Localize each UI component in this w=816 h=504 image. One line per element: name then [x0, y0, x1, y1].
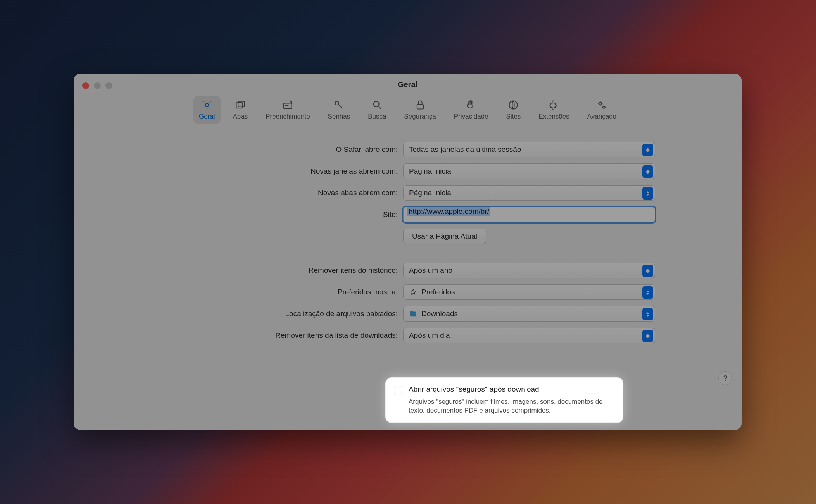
help-button[interactable]: ? — [718, 371, 732, 385]
chevron-updown-icon — [642, 144, 653, 156]
download-location-value: Downloads — [421, 310, 458, 318]
search-icon — [371, 99, 383, 111]
general-pane: O Safari abre com: Todas as janelas da ú… — [74, 129, 742, 394]
window-title: Geral — [398, 80, 417, 89]
minimize-window-button[interactable] — [94, 82, 101, 89]
tab-abas[interactable]: Abas — [228, 96, 254, 124]
opens-with-value: Todas as janelas da última sessão — [409, 145, 521, 154]
tab-label: Avançado — [587, 113, 616, 120]
gears-icon — [596, 99, 607, 111]
chevron-updown-icon — [642, 330, 653, 342]
homepage-value: http://www.apple.com/br/ — [407, 207, 490, 216]
tab-label: Extensões — [538, 113, 569, 120]
preferences-toolbar: Geral Abas Preenchimento Senhas Busca Se… — [74, 95, 742, 129]
folder-icon — [409, 310, 417, 318]
favorites-label: Preferidos mostra: — [89, 288, 403, 296]
opens-with-popup[interactable]: Todas as janelas da última sessão — [403, 142, 655, 157]
chevron-updown-icon — [642, 308, 653, 320]
new-windows-label: Novas janelas abrem com: — [89, 167, 403, 175]
star-icon — [409, 288, 417, 296]
favorites-popup[interactable]: Preferidos — [403, 284, 655, 300]
zoom-window-button[interactable] — [105, 82, 112, 89]
remove-history-label: Remover itens do histórico: — [89, 266, 403, 275]
safe-downloads-checkbox-label: Abrir arquivos "seguros" após download — [409, 385, 539, 394]
hand-icon — [465, 99, 477, 111]
lock-icon — [414, 99, 426, 111]
remove-history-value: Após um ano — [409, 266, 452, 275]
safe-downloads-section: Abrir arquivos "seguros" após download A… — [386, 378, 623, 422]
remove-downloads-label: Remover itens da lista de downloads: — [89, 331, 403, 340]
homepage-field[interactable]: http://www.apple.com/br/ — [403, 207, 655, 222]
tab-label: Privacidade — [454, 113, 488, 120]
svg-rect-6 — [417, 105, 423, 109]
chevron-updown-icon — [642, 165, 653, 178]
remove-history-popup[interactable]: Após um ano — [403, 263, 655, 278]
download-location-label: Localização de arquivos baixados: — [89, 310, 403, 318]
tab-privacidade[interactable]: Privacidade — [449, 96, 494, 124]
safe-downloads-description: Arquivos "seguros" incluem filmes, image… — [409, 397, 614, 415]
tab-busca[interactable]: Busca — [362, 96, 392, 124]
favorites-value: Preferidos — [421, 288, 455, 296]
tab-label: Sites — [506, 113, 521, 120]
preferences-window: Geral Geral Abas Preenchimento Senhas Bu… — [74, 74, 742, 430]
tab-seguranca[interactable]: Segurança — [399, 96, 442, 124]
tab-preenchimento[interactable]: Preenchimento — [260, 96, 315, 124]
tabs-icon — [235, 99, 246, 111]
remove-downloads-value: Após um dia — [409, 331, 450, 340]
new-tabs-popup[interactable]: Página Inicial — [403, 185, 655, 201]
new-tabs-label: Novas abas abrem com: — [89, 189, 403, 197]
svg-point-4 — [335, 101, 339, 105]
tab-avancado[interactable]: Avançado — [582, 96, 622, 124]
svg-point-5 — [374, 101, 379, 107]
tab-extensoes[interactable]: Extensões — [533, 96, 574, 124]
tab-label: Abas — [233, 113, 248, 120]
svg-rect-2 — [238, 101, 244, 107]
new-windows-value: Página Inicial — [409, 167, 453, 175]
tab-label: Geral — [199, 113, 215, 120]
chevron-updown-icon — [642, 187, 653, 200]
svg-point-0 — [205, 103, 208, 106]
key-icon — [333, 99, 345, 111]
tab-label: Senhas — [328, 113, 350, 120]
tab-label: Preenchimento — [266, 113, 310, 120]
opens-with-label: O Safari abre com: — [89, 145, 403, 154]
homepage-label: Site: — [89, 210, 403, 219]
chevron-updown-icon — [642, 286, 653, 299]
button-label: Usar a Página Atual — [412, 232, 477, 241]
chevron-updown-icon — [642, 265, 653, 277]
tab-label: Segurança — [404, 113, 436, 120]
autofill-icon — [282, 99, 293, 111]
new-windows-popup[interactable]: Página Inicial — [403, 163, 655, 179]
puzzle-icon — [548, 99, 560, 111]
svg-rect-1 — [236, 103, 242, 108]
tab-label: Busca — [368, 113, 386, 120]
help-icon: ? — [723, 374, 727, 383]
download-location-popup[interactable]: Downloads — [403, 306, 655, 322]
safe-downloads-checkbox[interactable] — [394, 386, 403, 395]
gear-icon — [201, 99, 213, 111]
close-window-button[interactable] — [82, 82, 89, 89]
svg-rect-3 — [284, 103, 292, 108]
titlebar: Geral — [74, 74, 742, 95]
globe-icon — [507, 99, 519, 111]
tab-geral[interactable]: Geral — [193, 96, 221, 124]
svg-point-8 — [599, 102, 602, 105]
remove-downloads-popup[interactable]: Após um dia — [403, 328, 655, 343]
new-tabs-value: Página Inicial — [409, 189, 453, 197]
tab-senhas[interactable]: Senhas — [323, 96, 356, 124]
tab-sites[interactable]: Sites — [501, 96, 526, 124]
use-current-page-button[interactable]: Usar a Página Atual — [403, 229, 486, 244]
traffic-lights — [82, 82, 112, 89]
